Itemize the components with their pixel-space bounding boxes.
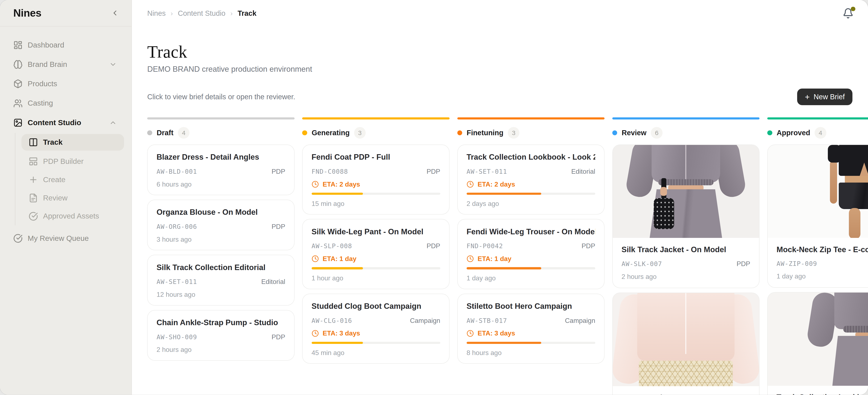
eta-text: ETA: 3 days (322, 329, 360, 337)
brief-card[interactable]: Track Collection Lookbook - Look 2AW-SET… (457, 145, 604, 215)
column-count-badge: 4 (814, 127, 826, 139)
sidebar-item-label: Products (28, 80, 57, 88)
sidebar-item-brand-brain[interactable]: Brand Brain (0, 55, 131, 74)
card-body: Track Collection Lookbook - Look 2AW-SET… (467, 152, 595, 208)
progress-bar (467, 342, 595, 344)
status-dot (457, 130, 462, 135)
card-body: Track Collection Lookbook - LAW-SET-010 (768, 386, 868, 395)
brief-card[interactable]: Silk Track Collection EditorialAW-SET-01… (147, 255, 294, 305)
column-title: Approved (777, 129, 810, 137)
eta-row: ETA: 2 days (467, 180, 595, 188)
sidebar-collapse-button[interactable] (110, 8, 120, 18)
column-header: Finetuning3 (457, 127, 604, 139)
brief-card[interactable]: Organza Blouse - On ModelAW-ORG-006PDP3 … (147, 200, 294, 250)
card-title: Chain Ankle-Strap Pump - Studio (156, 317, 285, 328)
chevron-up-icon (109, 119, 117, 127)
column-header: Review6 (612, 127, 760, 139)
card-type-tag: PDP (737, 260, 750, 268)
sidebar-item-approved-assets[interactable]: Approved Assets (16, 207, 131, 225)
clock-icon (312, 181, 319, 188)
card-timestamp: 1 day ago (467, 274, 595, 282)
column-cards: Blazer Dress - Detail AnglesAW-BLD-001PD… (147, 145, 294, 361)
board-column-draft: Draft4Blazer Dress - Detail AnglesAW-BLD… (147, 117, 294, 361)
sidebar-item-content-studio[interactable]: Content Studio (0, 113, 131, 132)
check-circle-icon (29, 212, 38, 221)
brief-card[interactable]: Silk Track Jacket - On ModelAW-SLK-007PD… (612, 145, 760, 288)
card-timestamp: 8 hours ago (467, 349, 595, 357)
clock-icon (467, 255, 474, 262)
brief-card[interactable]: Stiletto Boot Hero CampaignAW-STB-017Cam… (457, 294, 604, 364)
page-title: Track (147, 43, 868, 61)
card-body: Chain Ankle-Strap Pump - StudioAW-SHO-00… (156, 317, 285, 354)
new-brief-button[interactable]: + New Brief (797, 89, 852, 105)
sidebar-item-label: Approved Assets (43, 212, 99, 220)
eta-text: ETA: 2 days (477, 180, 515, 188)
brief-card[interactable]: Track Collection Lookbook - LAW-SET-010 (767, 292, 868, 395)
check-circle-icon (13, 234, 23, 243)
card-id: AW-SLK-007 (622, 260, 662, 268)
sidebar-item-my-review-queue[interactable]: My Review Queue (0, 229, 131, 248)
column-cards: Silk Track Jacket - On ModelAW-SLK-007PD… (612, 145, 760, 395)
card-meta-row: AW-SLP-008PDP (312, 242, 440, 250)
brief-card[interactable]: Silk Wide-Leg Pant - On ModelAW-SLP-008P… (302, 219, 450, 289)
card-id: FND-C0088 (312, 168, 348, 175)
bell-icon (842, 11, 854, 21)
card-body: Studded Clog Boot CampaignAW-CLG-016Camp… (312, 301, 440, 357)
column-color-bar (302, 117, 450, 120)
board-column-generating: Generating3Fendi Coat PDP - FullFND-C008… (302, 117, 450, 364)
card-type-tag: Editorial (261, 278, 285, 285)
progress-fill (312, 267, 363, 269)
sidebar-item-label: Track (43, 138, 63, 147)
brief-card[interactable]: Fendi Coat PDP - FullFND-C0088PDPETA: 2 … (302, 145, 450, 215)
status-dot (302, 130, 307, 135)
brand-logo: Nines (13, 7, 41, 19)
notifications-button[interactable] (842, 8, 854, 19)
card-body: Silk Wide-Leg Pant - On ModelAW-SLP-008P… (312, 227, 440, 282)
sidebar-item-create[interactable]: Create (16, 171, 131, 189)
breadcrumb-separator: › (170, 9, 173, 17)
card-body: Stiletto Boot Hero CampaignAW-STB-017Cam… (467, 301, 595, 357)
card-title: Fendi Wide-Leg Trouser - On Model (467, 227, 595, 237)
column-title: Draft (157, 129, 174, 137)
breadcrumb-nines[interactable]: Nines (147, 9, 166, 18)
sidebar-item-pdp-builder[interactable]: PDP Builder (16, 152, 131, 171)
sidebar-item-review[interactable]: Review (16, 189, 131, 207)
sidebar-item-label: Review (43, 194, 68, 202)
sidebar-item-dashboard[interactable]: Dashboard (0, 35, 131, 55)
breadcrumb-content-studio[interactable]: Content Studio (178, 9, 225, 18)
columns-icon (29, 138, 38, 147)
card-id: AW-ZIP-009 (777, 260, 817, 267)
card-body: Silk Track Jacket - On ModelAW-SLK-007PD… (613, 238, 759, 288)
card-photo-silk-track-front (613, 145, 759, 238)
brief-card[interactable]: Blazer Dress - Detail AnglesAW-BLD-001PD… (147, 145, 294, 195)
board-column-approved: Approved4Mock-Neck Zip Tee - E-commAW-ZI… (767, 117, 868, 395)
toolbar-row: Click to view brief details or open the … (147, 89, 868, 105)
eta-text: ETA: 1 day (477, 255, 512, 263)
card-title: Track Collection Lookbook - Look 2 (467, 152, 595, 162)
eta-row: ETA: 3 days (467, 329, 595, 337)
sidebar-item-track[interactable]: Track (22, 134, 124, 151)
card-title: Silk Wide-Leg Pant - On Model (312, 227, 440, 237)
brief-card[interactable]: Organza Blouse - FrontAW-ORG-006PDP (612, 293, 760, 395)
brief-card[interactable]: Chain Ankle-Strap Pump - StudioAW-SHO-00… (147, 310, 294, 361)
brief-card[interactable]: Fendi Wide-Leg Trouser - On ModelFND-P00… (457, 219, 604, 289)
sidebar-item-casting[interactable]: Casting (0, 94, 131, 113)
card-body: Organza Blouse - FrontAW-ORG-006PDP (613, 386, 759, 395)
clock-icon (467, 181, 474, 188)
progress-bar (467, 267, 595, 269)
card-title: Silk Track Collection Editorial (156, 263, 285, 272)
clock-icon (467, 330, 474, 337)
card-title: Blazer Dress - Detail Angles (156, 152, 285, 162)
column-cards: Fendi Coat PDP - FullFND-C0088PDPETA: 2 … (302, 145, 450, 364)
page-content: Track DEMO BRAND creative production env… (132, 27, 868, 395)
brief-card[interactable]: Mock-Neck Zip Tee - E-commAW-ZIP-0091 da… (767, 145, 868, 288)
sidebar-item-products[interactable]: Products (0, 74, 131, 94)
card-title: Stiletto Boot Hero Campaign (467, 301, 595, 311)
brief-card[interactable]: Studded Clog Boot CampaignAW-CLG-016Camp… (302, 294, 450, 364)
card-meta-row: AW-STB-017Campaign (467, 317, 595, 325)
card-meta-row: AW-SET-011Editorial (156, 278, 285, 285)
sidebar-item-label: Casting (28, 99, 53, 108)
chevron-left-icon (111, 9, 119, 17)
chevron-down-icon (109, 61, 117, 68)
column-count-badge: 6 (651, 127, 662, 139)
